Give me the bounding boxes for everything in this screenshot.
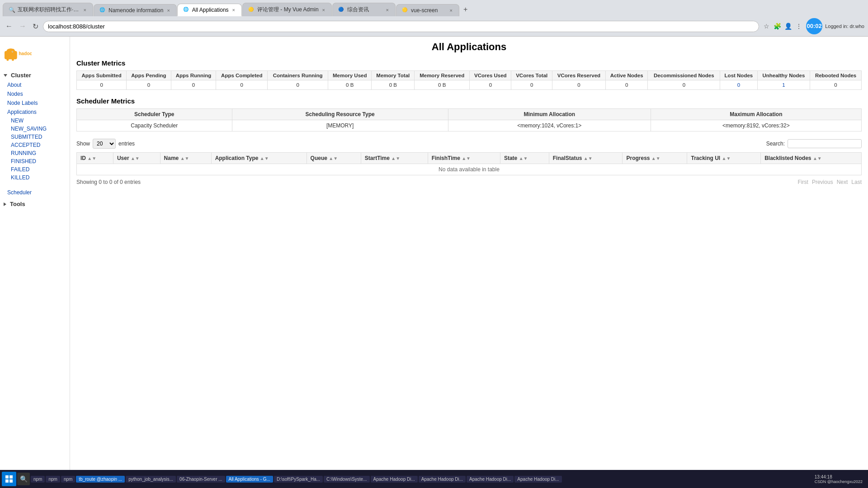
- settings-icon[interactable]: ⋮: [794, 22, 803, 31]
- table-controls: Show 20 50 100 entries Search:: [76, 139, 862, 149]
- taskbar-python[interactable]: python_job_analysis...: [126, 476, 176, 480]
- tab-4-close[interactable]: ×: [321, 7, 326, 13]
- sidebar-node-labels-link[interactable]: Node Labels: [0, 99, 70, 108]
- sidebar-app-new-link[interactable]: NEW: [0, 117, 70, 125]
- taskbar-all-apps[interactable]: All Applications - G...: [226, 476, 273, 480]
- tab-2-close[interactable]: ×: [166, 8, 170, 13]
- search-input[interactable]: [788, 139, 862, 148]
- metrics-header-10: VCores Reserved: [552, 71, 605, 80]
- sidebar-scheduler-link[interactable]: Scheduler: [0, 188, 70, 197]
- forward-button[interactable]: →: [17, 21, 28, 31]
- start-button[interactable]: [2, 472, 16, 479]
- tab-4-favicon: 🟡: [248, 7, 255, 13]
- sidebar-app-submitted-link[interactable]: SUBMITTED: [0, 133, 70, 141]
- svg-rect-3: [12, 58, 14, 61]
- col-state[interactable]: State ▲▼: [500, 153, 549, 164]
- taskbar-hadoop-4[interactable]: Apache Hadoop Di...: [514, 476, 561, 480]
- taskbar-hadoop-3[interactable]: Apache Hadoop Di...: [467, 476, 514, 480]
- sidebar-cluster-header[interactable]: Cluster: [0, 70, 70, 80]
- col-name[interactable]: Name ▲▼: [160, 153, 211, 164]
- tab-1-close[interactable]: ×: [83, 7, 87, 13]
- col-id[interactable]: ID ▲▼: [77, 153, 113, 164]
- tab-5-close[interactable]: ×: [385, 7, 390, 13]
- tab-3-close[interactable]: ×: [231, 7, 236, 13]
- sidebar-app-new-saving-link[interactable]: NEW_SAVING: [0, 125, 70, 133]
- sidebar-about-link[interactable]: About: [0, 80, 70, 89]
- new-tab-button[interactable]: +: [460, 3, 471, 16]
- tab-3-favicon: 🌐: [183, 7, 189, 13]
- col-app-type[interactable]: Application Type ▲▼: [211, 153, 307, 164]
- taskbar-tb-route[interactable]: tb_route @zhaopin ...: [76, 476, 125, 480]
- search-label: Search:: [766, 141, 785, 147]
- first-page-button[interactable]: First: [798, 179, 808, 185]
- tab-6-close[interactable]: ×: [449, 8, 453, 13]
- back-button[interactable]: ←: [4, 21, 14, 31]
- show-entries-select[interactable]: 20 50 100: [93, 139, 116, 149]
- sidebar-tools-header[interactable]: Tools: [0, 199, 70, 209]
- taskbar-hadoop-2[interactable]: Apache Hadoop Di...: [419, 476, 466, 480]
- col-progress[interactable]: Progress ▲▼: [623, 153, 687, 164]
- tab-4[interactable]: 🟡 评论管理 - My Vue Admin ×: [242, 3, 332, 16]
- taskbar-pyspark[interactable]: D:\soft\PySpark_Ha...: [274, 476, 323, 480]
- taskbar-npm-3[interactable]: npm: [61, 476, 75, 480]
- address-input[interactable]: [43, 21, 759, 32]
- metrics-header-3: Apps Completed: [216, 71, 268, 80]
- cluster-label: Cluster: [11, 72, 31, 79]
- col-trackingui[interactable]: Tracking UI ▲▼: [687, 153, 761, 164]
- col-blacklisted[interactable]: Blacklisted Nodes ▲▼: [761, 153, 862, 164]
- metrics-header-15: Rebooted Nodes: [810, 71, 862, 80]
- windows-icon: [5, 475, 13, 479]
- extension-icon[interactable]: 🧩: [773, 22, 782, 31]
- bookmark-icon[interactable]: ☆: [762, 22, 771, 31]
- sched-val-1: [MEMORY]: [232, 120, 448, 131]
- sidebar-app-accepted-link[interactable]: ACCEPTED: [0, 141, 70, 149]
- scheduler-metrics-table: Scheduler Type Scheduling Resource Type …: [76, 108, 862, 131]
- col-user[interactable]: User ▲▼: [113, 153, 160, 164]
- tab-6[interactable]: 🟡 vue-screen ×: [396, 4, 459, 16]
- col-starttime[interactable]: StartTime ▲▼: [361, 153, 428, 164]
- sidebar-applications-link[interactable]: Applications: [0, 108, 70, 117]
- metrics-header-0: Apps Submitted: [77, 71, 127, 80]
- logged-in-label: Logged in: dr.who: [825, 23, 864, 29]
- taskbar-time: 13:44:18: [815, 474, 863, 479]
- tab-1[interactable]: 🔍 互联网求职招聘找工作·上拉勾... ×: [3, 3, 93, 16]
- taskbar-zhaopin-server[interactable]: 06-Zhaopin-Server ...: [177, 476, 225, 480]
- sidebar-app-killed-link[interactable]: KILLED: [0, 174, 70, 182]
- sidebar-app-failed-link[interactable]: FAILED: [0, 165, 70, 174]
- metrics-header-11: Active Nodes: [605, 71, 648, 80]
- svg-point-7: [12, 52, 13, 52]
- taskbar-npm-2[interactable]: npm: [46, 476, 60, 480]
- metrics-val-1: 0: [127, 80, 171, 90]
- tab-3[interactable]: 🌐 All Applications ×: [177, 4, 242, 16]
- metrics-row: 0 0 0 0 0 0 B 0 B 0 B 0 0 0 0 0 0 1 0: [77, 80, 862, 90]
- main-content: All Applications Cluster Metrics Apps Su…: [70, 37, 868, 479]
- col-queue[interactable]: Queue ▲▼: [307, 153, 361, 164]
- sidebar-app-finished-link[interactable]: FINISHED: [0, 157, 70, 165]
- page-title: All Applications: [76, 41, 862, 53]
- cluster-collapse-icon: [4, 74, 7, 77]
- last-page-button[interactable]: Last: [851, 179, 862, 185]
- taskbar-hadoop-1[interactable]: Apache Hadoop Di...: [371, 476, 418, 480]
- tab-2[interactable]: 🌐 Namenode information ×: [94, 4, 177, 16]
- next-page-button[interactable]: Next: [837, 179, 848, 185]
- tab-4-title: 评论管理 - My Vue Admin: [257, 6, 319, 14]
- lost-nodes-link[interactable]: 0: [737, 82, 740, 88]
- refresh-button[interactable]: ↻: [31, 21, 40, 32]
- sched-val-0: Capacity Scheduler: [77, 120, 232, 131]
- taskbar-npm-1[interactable]: npm: [31, 476, 45, 480]
- sort-queue-icon: ▲▼: [329, 156, 338, 161]
- taskbar-windows[interactable]: C:\Windows\Syste...: [324, 476, 369, 480]
- unhealthy-nodes-link[interactable]: 1: [782, 82, 785, 88]
- sidebar-cluster-section: Cluster About Nodes Node Labels Applicat…: [0, 70, 70, 197]
- scheduler-metrics-title: Scheduler Metrics: [76, 97, 862, 105]
- previous-page-button[interactable]: Previous: [812, 179, 833, 185]
- metrics-val-0: 0: [77, 80, 127, 90]
- search-taskbar-icon: 🔍: [20, 475, 28, 479]
- search-taskbar-button[interactable]: 🔍: [17, 473, 30, 479]
- col-finalstatus[interactable]: FinalStatus ▲▼: [549, 153, 623, 164]
- sidebar-nodes-link[interactable]: Nodes: [0, 89, 70, 99]
- tab-5[interactable]: 🔵 综合资讯 ×: [332, 3, 396, 16]
- sidebar-app-running-link[interactable]: RUNNING: [0, 149, 70, 157]
- col-finishtime[interactable]: FinishTime ▲▼: [428, 153, 500, 164]
- profile-icon[interactable]: 👤: [783, 22, 793, 31]
